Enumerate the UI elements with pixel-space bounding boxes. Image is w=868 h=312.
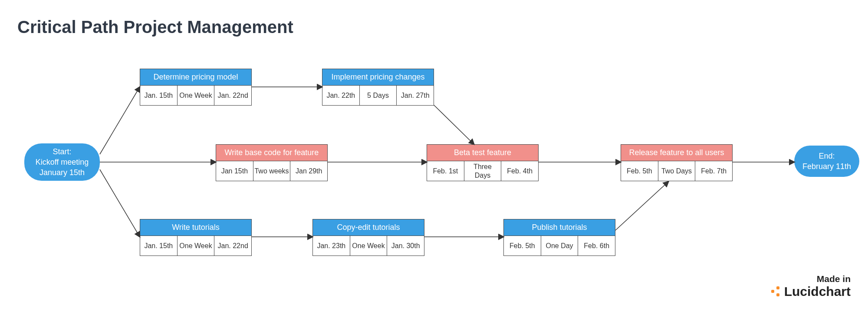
- cell-duration: Three Days: [464, 161, 502, 181]
- watermark-line1: Made in: [771, 274, 851, 284]
- node-title: Copy-edit tutorials: [313, 219, 424, 236]
- cell-start: Feb. 5th: [504, 236, 541, 256]
- start-label-2: Kickoff meeting: [30, 157, 94, 167]
- cell-end: Jan 29th: [290, 161, 327, 181]
- cell-start: Jan 15th: [216, 161, 253, 181]
- node-title: Determine pricing model: [140, 69, 251, 85]
- cell-start: Jan. 15th: [140, 85, 178, 105]
- cell-start: Jan. 15th: [140, 236, 178, 256]
- watermark-line2: Lucidchart: [784, 284, 851, 299]
- cell-start: Feb. 1st: [427, 161, 464, 181]
- cell-start: Feb. 5th: [621, 161, 658, 181]
- cell-end: Feb. 6th: [578, 236, 615, 256]
- node-beta-test: Beta test feature Feb. 1st Three Days Fe…: [427, 144, 539, 181]
- node-title: Implement pricing changes: [322, 69, 434, 85]
- node-title: Write base code for feature: [216, 145, 327, 161]
- node-start: Start: Kickoff meeting January 15th: [24, 143, 100, 181]
- node-title: Beta test feature: [427, 145, 538, 161]
- cell-duration: One Week: [178, 85, 215, 105]
- cell-duration: 5 Days: [360, 85, 397, 105]
- node-title: Write tutorials: [140, 219, 251, 236]
- node-title: Publish tutorials: [504, 219, 615, 236]
- node-write-tutorials: Write tutorials Jan. 15th One Week Jan. …: [140, 219, 252, 256]
- node-copy-edit: Copy-edit tutorials Jan. 23th One Week J…: [312, 219, 424, 256]
- svg-line-4: [434, 105, 474, 144]
- cell-start: Jan. 23th: [313, 236, 350, 256]
- node-publish: Publish tutorials Feb. 5th One Day Feb. …: [503, 219, 615, 256]
- svg-line-0: [100, 87, 140, 154]
- node-title: Release feature to all users: [621, 145, 732, 161]
- cell-duration: Two weeks: [253, 161, 291, 181]
- end-label-1: End:: [800, 151, 853, 161]
- cell-end: Jan. 27th: [397, 85, 434, 105]
- lucidchart-logo-icon: [771, 286, 782, 297]
- watermark: Made in Lucidchart: [771, 274, 851, 299]
- node-end: End: February 11th: [794, 146, 859, 177]
- diagram-canvas: Start: Kickoff meeting January 15th End:…: [0, 0, 868, 312]
- cell-end: Jan. 30th: [387, 236, 424, 256]
- node-pricing-changes: Implement pricing changes Jan. 22th 5 Da…: [322, 69, 434, 106]
- node-pricing-model: Determine pricing model Jan. 15th One We…: [140, 69, 252, 106]
- start-label-3: January 15th: [30, 167, 94, 178]
- svg-line-2: [100, 169, 140, 237]
- cell-end: Jan. 22nd: [214, 85, 251, 105]
- cell-duration: One Week: [178, 236, 215, 256]
- svg-line-10: [615, 182, 668, 230]
- cell-start: Jan. 22th: [322, 85, 360, 105]
- cell-end: Feb. 4th: [501, 161, 538, 181]
- cell-duration: Two Days: [658, 161, 696, 181]
- start-label-1: Start:: [30, 146, 94, 157]
- node-release: Release feature to all users Feb. 5th Tw…: [621, 144, 733, 181]
- cell-duration: One Day: [541, 236, 579, 256]
- node-base-code: Write base code for feature Jan 15th Two…: [216, 144, 328, 181]
- cell-end: Jan. 22nd: [214, 236, 251, 256]
- cell-duration: One Week: [350, 236, 388, 256]
- cell-end: Feb. 7th: [695, 161, 732, 181]
- end-label-2: February 11th: [800, 161, 853, 172]
